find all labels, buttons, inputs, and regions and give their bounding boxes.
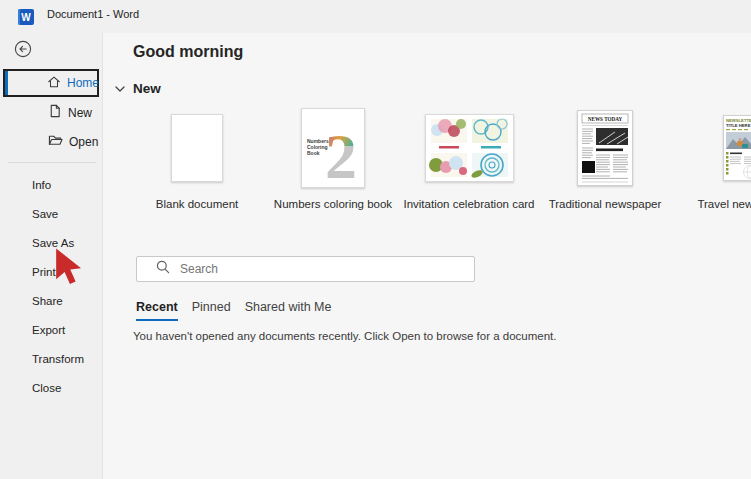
template-card-numbers-coloring-book[interactable]: 2 2 Numbers Coloring Book Numbers colori… [265, 107, 401, 210]
template-card-blank-document[interactable]: Blank document [129, 107, 265, 210]
sidebar-divider [8, 162, 96, 163]
search-box [136, 256, 475, 282]
sidebar-item-label: New [68, 106, 92, 120]
tab-shared-with-me[interactable]: Shared with Me [245, 300, 332, 321]
sidebar-item-new[interactable]: New [0, 99, 101, 126]
sidebar-item-print[interactable]: Print [0, 257, 101, 286]
new-document-icon [48, 104, 62, 121]
titlebar: W Document1 - Word [0, 0, 751, 33]
svg-text:NEWS TODAY: NEWS TODAY [588, 116, 623, 122]
selection-indicator [5, 71, 8, 95]
sidebar-item-save-as[interactable]: Save As [0, 228, 101, 257]
template-label: Traditional newspaper [549, 198, 662, 210]
word-backstage-window: W Document1 - Word Home [0, 0, 751, 479]
recent-files-tabs: Recent Pinned Shared with Me [136, 300, 345, 321]
sidebar-item-transform[interactable]: Transform [0, 344, 101, 373]
chevron-down-icon [115, 79, 125, 97]
template-label: Travel newsletter [697, 198, 751, 210]
template-label: Numbers coloring book [274, 198, 392, 210]
new-section-label: New [133, 81, 161, 96]
tab-recent[interactable]: Recent [136, 300, 178, 321]
newspaper-thumbnail: NEWS TODAY [577, 107, 633, 189]
back-button[interactable] [14, 40, 32, 58]
sidebar-item-share[interactable]: Share [0, 286, 101, 315]
invitation-card-thumbnail [425, 107, 514, 189]
new-section-header[interactable]: New [115, 79, 161, 97]
sidebar-item-export[interactable]: Export [0, 315, 101, 344]
template-card-travel-newsletter[interactable]: NEWSLETTER TITLE HERE [673, 107, 751, 210]
backstage-sidebar: Home New Open Info Save Save As [0, 33, 103, 479]
coloring-book-thumbnail: 2 2 Numbers Coloring Book [301, 107, 365, 189]
open-folder-icon [48, 133, 63, 150]
svg-text:Book: Book [307, 150, 320, 156]
magnifier-icon [156, 260, 170, 278]
search-input[interactable] [180, 257, 474, 281]
template-label: Invitation celebration card [403, 198, 534, 210]
backstage-home-panel: Good morning New Blank document [103, 33, 751, 479]
template-card-invitation-celebration-card[interactable]: Invitation celebration card [401, 107, 537, 210]
word-app-icon: W [18, 9, 34, 25]
sidebar-item-open[interactable]: Open [0, 128, 101, 155]
svg-text:TITLE HERE: TITLE HERE [726, 123, 751, 128]
arrow-left-circle-icon [14, 46, 32, 61]
window-title: Document1 - Word [47, 8, 139, 20]
template-card-traditional-newspaper[interactable]: NEWS TODAY [537, 107, 673, 210]
blank-document-thumbnail [171, 107, 223, 189]
sidebar-item-home[interactable]: Home [3, 69, 99, 97]
greeting-heading: Good morning [133, 43, 243, 61]
template-gallery: Blank document 2 [129, 107, 751, 210]
template-label: Blank document [156, 198, 238, 210]
sidebar-item-info[interactable]: Info [0, 170, 101, 199]
sidebar-item-close[interactable]: Close [0, 373, 101, 402]
home-icon [47, 75, 61, 92]
empty-state-message: You haven't opened any documents recentl… [133, 330, 556, 342]
sidebar-item-label: Open [69, 135, 98, 149]
sidebar-item-label: Home [67, 76, 99, 90]
tab-pinned[interactable]: Pinned [192, 300, 231, 321]
travel-newsletter-thumbnail: NEWSLETTER TITLE HERE [723, 107, 751, 189]
sidebar-item-save[interactable]: Save [0, 199, 101, 228]
